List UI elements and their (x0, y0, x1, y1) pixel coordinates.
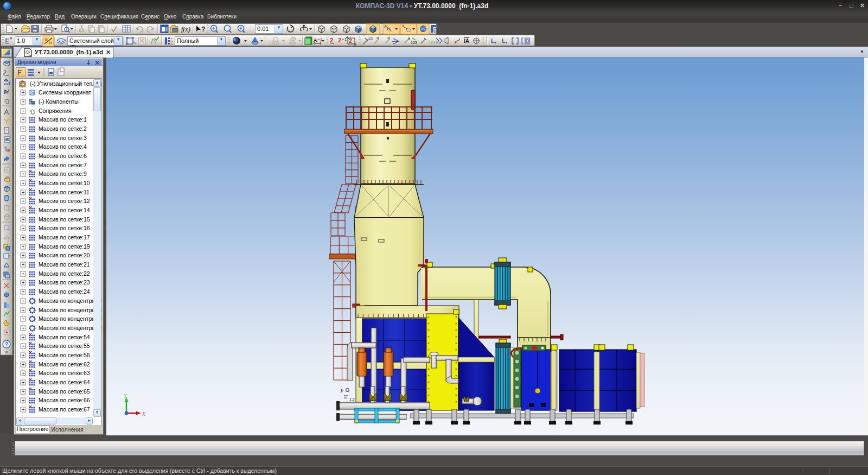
svg-text:123: 123 (411, 41, 417, 45)
svg-text:?: ? (201, 26, 205, 33)
svg-text:2: 2 (330, 37, 333, 43)
svg-text:2: 2 (338, 37, 341, 43)
svg-text:+1: +1 (317, 37, 323, 42)
svg-text:+1: +1 (342, 37, 347, 42)
svg-text:2: 2 (349, 38, 352, 44)
svg-text:f(x): f(x) (181, 26, 190, 33)
svg-text:?: ? (5, 341, 8, 347)
svg-text:123: 123 (429, 40, 435, 44)
svg-text:L,: L, (491, 37, 496, 44)
svg-text:L,: L, (502, 37, 507, 44)
svg-text:X: X (142, 411, 146, 417)
svg-text:A: A (314, 37, 317, 43)
svg-text:1:2: 1:2 (349, 397, 355, 401)
svg-text:IA: IA (464, 38, 469, 44)
svg-text:3D: 3D (368, 36, 373, 40)
